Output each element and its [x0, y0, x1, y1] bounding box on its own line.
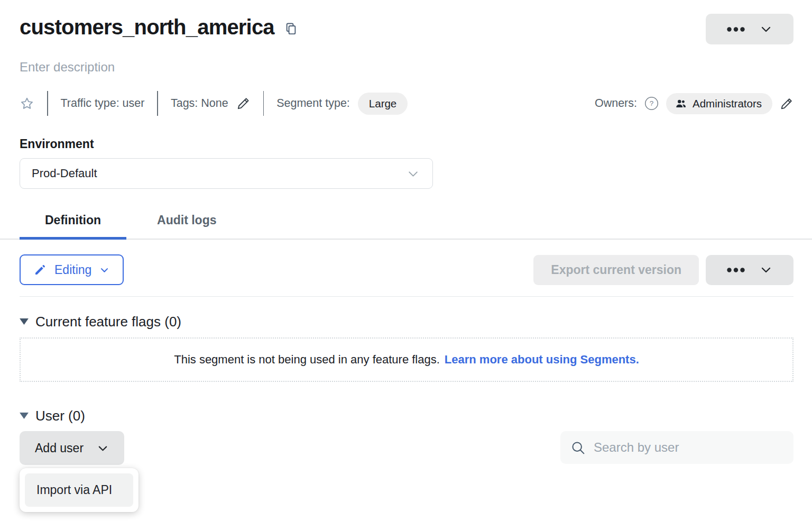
svg-text:?: ? — [650, 99, 654, 107]
meta-left-group: Traffic type: user Tags: None Segment ty… — [20, 91, 408, 116]
owners-badge[interactable]: Administrators — [666, 93, 772, 114]
environment-selected-value: Prod-Default — [32, 167, 97, 180]
feature-flags-section-title: Current feature flags (0) — [35, 313, 181, 331]
add-user-button[interactable]: Add user — [20, 431, 124, 465]
chevron-down-icon — [407, 167, 420, 180]
chevron-down-icon — [760, 23, 772, 35]
learn-more-link[interactable]: Learn more about using Segments. — [445, 353, 639, 367]
add-user-dropdown-menu: Import via API — [20, 468, 139, 512]
segment-type-group: Segment type: Large — [276, 93, 408, 115]
copy-name-button[interactable] — [284, 21, 298, 36]
chevron-down-icon — [97, 442, 109, 454]
caret-down-icon — [20, 413, 29, 419]
user-controls-row: Add user Import via API — [20, 431, 793, 465]
edit-owners-button[interactable] — [780, 97, 793, 111]
header-menu-button[interactable] — [706, 14, 793, 44]
page-title: customers_north_america — [20, 14, 274, 40]
owners-value: Administrators — [693, 97, 762, 110]
ellipsis-icon — [727, 268, 745, 272]
feature-flags-section-header[interactable]: Current feature flags (0) — [20, 313, 793, 331]
environment-label: Environment — [20, 137, 793, 151]
user-section-header[interactable]: User (0) — [20, 407, 793, 425]
tab-definition[interactable]: Definition — [20, 200, 126, 239]
tags-group: Tags: None — [171, 96, 251, 111]
pencil-filled-icon — [34, 263, 47, 276]
divider — [157, 91, 158, 116]
caret-down-icon — [20, 318, 29, 325]
description-field[interactable]: Enter description — [20, 59, 793, 75]
chevron-down-icon — [99, 265, 109, 275]
tags-label: Tags: None — [171, 97, 228, 110]
section-divider — [20, 296, 793, 297]
chevron-down-icon — [760, 263, 772, 276]
help-icon[interactable]: ? — [644, 96, 659, 111]
add-user-label: Add user — [35, 441, 84, 455]
segment-type-badge: Large — [358, 93, 408, 115]
editing-dropdown-button[interactable]: Editing — [20, 254, 124, 285]
add-user-group: Add user Import via API — [20, 431, 124, 465]
user-search-box — [560, 431, 793, 464]
tab-bar: Definition Audit logs — [0, 200, 812, 240]
pencil-icon — [780, 97, 793, 111]
copy-icon — [284, 21, 298, 36]
tab-audit-logs[interactable]: Audit logs — [132, 200, 242, 239]
export-version-button[interactable]: Export current version — [533, 255, 699, 285]
menu-item-import-via-api[interactable]: Import via API — [25, 473, 133, 507]
toolbar-menu-button[interactable] — [706, 255, 793, 285]
star-icon — [20, 96, 34, 111]
editing-label: Editing — [54, 263, 91, 277]
divider — [47, 91, 48, 116]
toolbar: Editing Export current version — [20, 254, 793, 285]
feature-flags-empty-state: This segment is not being used in any fe… — [20, 337, 793, 382]
divider — [263, 91, 264, 116]
search-icon — [570, 440, 586, 455]
ellipsis-icon — [727, 27, 745, 32]
user-section-title: User (0) — [35, 407, 85, 425]
title-group: customers_north_america — [20, 14, 298, 40]
user-search-input[interactable] — [593, 440, 783, 455]
people-icon — [675, 98, 687, 109]
owners-label: Owners: — [595, 97, 637, 110]
favorite-button[interactable] — [20, 96, 34, 111]
meta-row: Traffic type: user Tags: None Segment ty… — [20, 91, 793, 116]
traffic-type-label: Traffic type: user — [61, 97, 145, 110]
empty-state-message: This segment is not being used in any fe… — [174, 353, 440, 367]
edit-tags-button[interactable] — [236, 96, 251, 111]
segment-detail-page: customers_north_america — [0, 0, 812, 465]
pencil-icon — [236, 96, 251, 111]
header-bar: customers_north_america — [20, 14, 793, 44]
environment-select[interactable]: Prod-Default — [20, 158, 433, 189]
segment-type-label: Segment type: — [276, 97, 350, 110]
owners-group: Owners: ? Administrators — [595, 93, 793, 114]
